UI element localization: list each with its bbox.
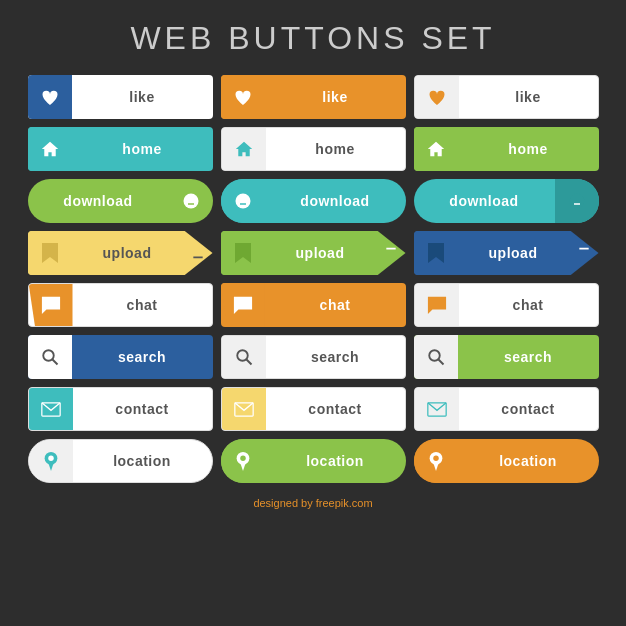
download-icon-3	[555, 179, 599, 223]
download-label-2: download	[265, 193, 406, 209]
svg-point-9	[569, 194, 584, 209]
upload-bookmark-icon-1	[28, 231, 72, 275]
download-label-3: download	[414, 193, 555, 209]
like-label-1: like	[72, 89, 213, 105]
download-button-2[interactable]: download	[221, 179, 406, 223]
search-button-1[interactable]: search	[28, 335, 213, 379]
chat-button-3[interactable]: chat	[414, 283, 599, 327]
svg-marker-15	[235, 243, 251, 263]
search-label-1: search	[72, 349, 213, 365]
svg-marker-13	[195, 247, 201, 255]
svg-marker-2	[427, 142, 443, 157]
svg-marker-35	[240, 463, 245, 471]
buttons-grid: like like like home home home download	[28, 75, 599, 483]
svg-point-6	[235, 194, 250, 209]
home-icon-2	[222, 127, 266, 171]
home-label-3: home	[458, 141, 599, 157]
svg-rect-5	[188, 203, 194, 205]
svg-rect-14	[193, 257, 202, 259]
location-icon-1	[29, 439, 73, 483]
chat-label-1: chat	[73, 297, 212, 313]
svg-marker-1	[235, 142, 251, 157]
search-button-3[interactable]: search	[414, 335, 599, 379]
svg-marker-0	[41, 142, 57, 157]
location-label-2: location	[265, 453, 406, 469]
svg-rect-11	[574, 203, 580, 205]
page-title: WEB BUTTONS SET	[130, 20, 495, 57]
home-icon-3	[414, 127, 458, 171]
chat-icon-1	[29, 283, 73, 327]
contact-label-1: contact	[73, 401, 212, 417]
like-label-2: like	[265, 89, 406, 105]
location-label-1: location	[73, 453, 212, 469]
chat-label-3: chat	[459, 297, 598, 313]
svg-point-31	[48, 456, 53, 461]
upload-bookmark-icon-3	[414, 231, 458, 275]
footer-text: designed by freepik.com	[253, 497, 372, 509]
svg-point-37	[433, 456, 438, 461]
location-label-3: location	[458, 453, 599, 469]
footer: designed by freepik.com	[253, 497, 372, 509]
download-button-3[interactable]: download	[414, 179, 599, 223]
home-button-1[interactable]: home	[28, 127, 213, 171]
upload-label-2: upload	[265, 245, 376, 261]
heart-icon-1	[28, 75, 72, 119]
chat-label-2: chat	[265, 297, 406, 313]
svg-marker-16	[388, 248, 394, 256]
search-button-2[interactable]: search	[221, 335, 406, 379]
contact-button-1[interactable]: contact	[28, 387, 213, 431]
svg-point-3	[183, 194, 198, 209]
search-label-2: search	[266, 349, 405, 365]
chat-icon-2	[221, 283, 265, 327]
svg-rect-17	[386, 248, 395, 250]
like-button-3[interactable]: like	[414, 75, 599, 119]
svg-line-26	[438, 359, 443, 364]
heart-icon-2	[221, 75, 265, 119]
like-button-2[interactable]: like	[221, 75, 406, 119]
svg-rect-8	[240, 203, 246, 205]
home-button-2[interactable]: home	[221, 127, 406, 171]
svg-line-22	[52, 359, 57, 364]
svg-point-25	[429, 350, 440, 361]
svg-marker-38	[433, 463, 438, 471]
upload-label-1: upload	[72, 245, 183, 261]
mail-icon-2	[222, 387, 266, 431]
svg-point-23	[237, 350, 248, 361]
svg-marker-12	[42, 243, 58, 263]
search-icon-2	[222, 335, 266, 379]
svg-marker-32	[48, 463, 53, 471]
contact-label-3: contact	[459, 401, 598, 417]
heart-icon-3	[415, 75, 459, 119]
mail-icon-1	[29, 387, 73, 431]
svg-rect-20	[579, 248, 588, 250]
chat-button-1[interactable]: chat	[28, 283, 213, 327]
search-icon-3	[414, 335, 458, 379]
search-icon-1	[28, 335, 72, 379]
like-button-1[interactable]: like	[28, 75, 213, 119]
download-icon-1	[169, 179, 213, 223]
svg-marker-18	[428, 243, 444, 263]
home-icon-1	[28, 127, 72, 171]
svg-point-34	[240, 456, 245, 461]
chat-button-2[interactable]: chat	[221, 283, 406, 327]
location-button-3[interactable]: location	[414, 439, 599, 483]
location-button-1[interactable]: location	[28, 439, 213, 483]
home-label-1: home	[72, 141, 213, 157]
location-button-2[interactable]: location	[221, 439, 406, 483]
upload-button-1[interactable]: upload	[28, 231, 213, 275]
svg-line-24	[246, 359, 251, 364]
chat-icon-3	[415, 283, 459, 327]
download-button-1[interactable]: download	[28, 179, 213, 223]
contact-button-2[interactable]: contact	[221, 387, 406, 431]
svg-marker-19	[581, 248, 587, 256]
upload-button-2[interactable]: upload	[221, 231, 406, 275]
upload-bookmark-icon-2	[221, 231, 265, 275]
location-icon-3	[414, 439, 458, 483]
mail-icon-3	[415, 387, 459, 431]
home-button-3[interactable]: home	[414, 127, 599, 171]
search-label-3: search	[458, 349, 599, 365]
contact-button-3[interactable]: contact	[414, 387, 599, 431]
upload-button-3[interactable]: upload	[414, 231, 599, 275]
upload-label-3: upload	[458, 245, 569, 261]
location-icon-2	[221, 439, 265, 483]
